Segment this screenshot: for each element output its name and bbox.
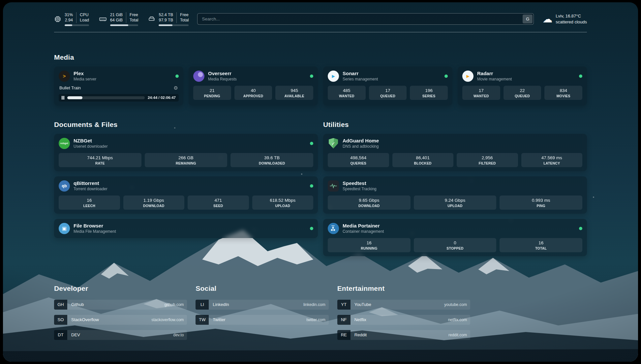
- gear-icon[interactable]: ⚙: [174, 85, 178, 91]
- stat-running: 16 RUNNING: [328, 238, 411, 252]
- bookmark-reddit[interactable]: RE Reddit reddit.com: [337, 330, 470, 340]
- adguard-icon: ✓: [328, 138, 339, 149]
- disk-metric: 52.4 TB 97.9 TB Free Total: [148, 12, 189, 26]
- bookmarks-area: Developer GH Github github.com SO StackO…: [54, 285, 470, 345]
- stat-stopped: 0 STOPPED: [414, 238, 497, 252]
- memory-metric: 21 GiB 64 GiB Free Total: [99, 12, 138, 26]
- bookmark-netflix[interactable]: NF Netflix netflix.com: [337, 315, 470, 325]
- stat-movies: 834 MOVIES: [544, 86, 582, 100]
- playback-progress-track[interactable]: [67, 96, 145, 99]
- weather-condition: scattered clouds: [556, 19, 587, 25]
- section-title-entertainment: Entertainment: [337, 285, 470, 292]
- status-dot: [310, 227, 313, 230]
- service-card-adguard[interactable]: ✓ AdGuard Home DNS and adblocking 498,56…: [323, 134, 587, 171]
- pause-icon[interactable]: [62, 96, 64, 100]
- disk-free-value: 52.4 TB: [159, 12, 173, 17]
- service-name: File Browser: [74, 223, 306, 228]
- status-dot: [175, 75, 179, 78]
- service-card-portainer[interactable]: Media Portainer Container management 16 …: [323, 219, 587, 256]
- bookmarks-entertainment: Entertainment YT YouTube youtube.com NF …: [337, 285, 470, 345]
- plex-icon: >: [59, 71, 70, 82]
- radarr-icon: ▶: [462, 71, 473, 82]
- stat-wanted: 485 WANTED: [328, 86, 366, 100]
- bookmark-youtube[interactable]: YT YouTube youtube.com: [337, 300, 470, 310]
- service-desc: Series management: [343, 77, 441, 81]
- playback-bar: 24:44 / 02:06:47: [59, 94, 179, 102]
- service-name: Speedtest: [343, 180, 582, 186]
- service-card-overseerr[interactable]: Overseerr Media Requests 21 PENDING 40 A…: [189, 67, 318, 106]
- service-desc: Movie management: [477, 77, 575, 81]
- now-playing-title: Bullet Train: [59, 85, 81, 90]
- stat-filtered: 2,956 FILTERED: [457, 153, 518, 167]
- bookmark-twitter[interactable]: TW Twitter twitter.com: [196, 315, 328, 325]
- stat-download: 1.19 Gbps DOWNLOAD: [123, 196, 185, 210]
- nzbget-icon: nzbget: [59, 138, 70, 149]
- stat-remaining: 266 GB REMAINING: [145, 153, 228, 167]
- stat-download: 9.65 Gbps DOWNLOAD: [328, 196, 411, 210]
- bookmark-dev[interactable]: DT DEV dev.to: [54, 330, 187, 340]
- stat-rate: 744.21 Mbps RATE: [59, 153, 141, 167]
- disk-total-label: Total: [180, 17, 189, 23]
- bookmark-linkedin[interactable]: LI LinkedIn linkedin.com: [196, 300, 328, 310]
- search-provider-button[interactable]: G: [523, 15, 533, 23]
- status-dot: [579, 227, 582, 230]
- bookmarks-developer: Developer GH Github github.com SO StackO…: [54, 285, 187, 345]
- stat-queries: 498,564 QUERIES: [328, 153, 389, 167]
- status-dot: [579, 75, 582, 78]
- section-title-developer: Developer: [54, 285, 187, 292]
- service-card-sonarr[interactable]: ▶ Sonarr Series management 485 WANTED 17…: [323, 67, 452, 106]
- stat-downloaded: 39.6 TB DOWNLOADED: [230, 153, 313, 167]
- section-title-documents: Documents & Files: [54, 121, 318, 129]
- dashboard-screen: 31% 2.94 CPU Load: [3, 2, 638, 362]
- overseerr-icon: [193, 71, 204, 82]
- service-desc: Media server: [74, 77, 172, 81]
- service-card-filebrowser[interactable]: ▣ File Browser Media File Management: [54, 219, 318, 238]
- service-card-speedtest[interactable]: Speedtest Speedtest Tracking 9.65 Gbps D…: [323, 176, 587, 214]
- service-card-nzbget[interactable]: nzbget NZBGet Usenet downloader 744.21 M…: [54, 134, 318, 171]
- stat-wanted: 17 WANTED: [462, 86, 500, 100]
- cpu-metric: 31% 2.94 CPU Load: [54, 12, 89, 26]
- service-desc: Speedtest Tracking: [343, 187, 582, 191]
- speedtest-icon: [328, 180, 339, 192]
- service-desc: Usenet downloader: [74, 144, 306, 149]
- service-name: NZBGet: [74, 138, 306, 143]
- system-metrics: 31% 2.94 CPU Load: [54, 12, 189, 26]
- service-name: Sonarr: [343, 71, 441, 76]
- bookmarks-social: Social LI LinkedIn linkedin.com TW Twitt…: [196, 285, 328, 345]
- service-card-qbittorrent[interactable]: qb qBittorrent Torrent downloader 16 LEE…: [54, 176, 318, 214]
- stat-pending: 21 PENDING: [193, 86, 231, 100]
- service-name: Plex: [74, 71, 172, 76]
- disk-free-label: Free: [180, 12, 189, 17]
- cpu-usage-value: 31%: [65, 12, 73, 17]
- cpu-load-value: 2.94: [65, 17, 73, 23]
- disk-progress-bar: [159, 24, 189, 26]
- status-dot: [310, 142, 313, 145]
- cpu-progress-bar: [65, 24, 89, 26]
- memory-total-value: 64 GiB: [110, 17, 123, 23]
- stat-upload: 9.24 Gbps UPLOAD: [414, 196, 497, 210]
- stat-available: 945 AVAILABLE: [275, 86, 313, 100]
- header-divider: [54, 32, 587, 32]
- search-input[interactable]: [197, 13, 534, 25]
- stat-queued: 17 QUEUED: [369, 86, 407, 100]
- stat-total: 16 TOTAL: [500, 238, 582, 252]
- bookmark-github[interactable]: GH Github github.com: [54, 300, 187, 310]
- status-dot: [444, 75, 448, 78]
- service-desc: DNS and adblocking: [343, 144, 582, 149]
- snow-specks: [3, 2, 4, 3]
- section-title-media: Media: [54, 53, 587, 61]
- playback-time: 24:44 / 02:06:47: [148, 96, 176, 100]
- stat-seed: 471 SEED: [188, 196, 249, 210]
- stat-upload: 618.52 Mbps UPLOAD: [252, 196, 314, 210]
- service-name: Media Portainer: [343, 223, 575, 228]
- service-desc: Media File Management: [74, 229, 306, 234]
- service-card-radarr[interactable]: ▶ Radarr Movie management 17 WANTED 22 Q…: [458, 67, 587, 106]
- service-card-plex[interactable]: > Plex Media server Bullet Train ⚙ 24:44…: [54, 67, 183, 106]
- bookmark-stackoverflow[interactable]: SO StackOverflow stackoverflow.com: [54, 315, 187, 325]
- stat-latency: 47.569 ms LATENCY: [521, 153, 583, 167]
- weather-location: Lviv, 16.87°C: [556, 13, 587, 19]
- section-title-utilities: Utilities: [323, 121, 587, 129]
- documents-column: Documents & Files nzbget NZBGet Usenet d…: [54, 121, 318, 261]
- portainer-icon: [328, 223, 339, 234]
- sonarr-icon: ▶: [328, 71, 339, 82]
